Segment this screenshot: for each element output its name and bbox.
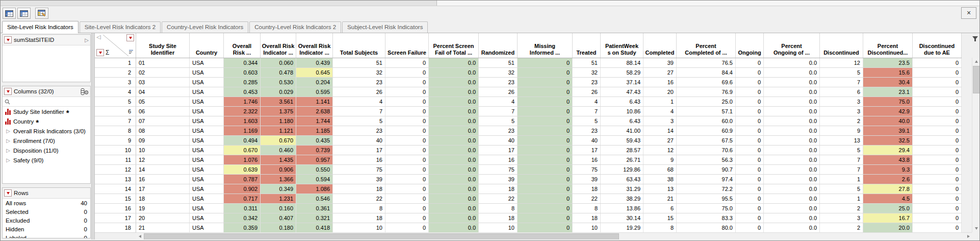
cell[interactable]: 16 [643, 78, 677, 87]
row-number-cell[interactable]: 5 [95, 97, 136, 106]
column-list-item[interactable]: ▷Disposition (11/0) [3, 146, 90, 155]
cell[interactable]: 0 [518, 204, 573, 213]
cell[interactable]: 0.0 [429, 68, 479, 77]
vertical-scrollbar[interactable] [972, 58, 979, 232]
cell[interactable]: 13 [820, 136, 863, 145]
cell[interactable]: 0 [385, 184, 429, 194]
cell[interactable]: 7 [820, 165, 863, 174]
cell[interactable]: 01 [136, 58, 190, 67]
cell[interactable]: 5 [820, 68, 863, 77]
cell[interactable]: 0 [385, 136, 429, 145]
cell[interactable]: 25.0 [677, 97, 736, 106]
row-number-cell[interactable]: 13 [95, 175, 136, 184]
cell[interactable]: 0 [385, 87, 429, 97]
cell[interactable]: 0 [518, 194, 573, 203]
close-button[interactable]: × [961, 7, 976, 19]
cell[interactable]: 0.361 [296, 204, 333, 213]
cell[interactable]: 10 [333, 223, 385, 232]
cell[interactable]: 43.8 [863, 155, 913, 164]
row-number-cell[interactable]: 17 [95, 213, 136, 223]
cell[interactable]: 69.6 [677, 78, 736, 87]
cell[interactable]: 0 [913, 213, 962, 223]
cell[interactable]: 1.366 [261, 175, 296, 184]
cell[interactable]: USA [190, 194, 224, 203]
cell[interactable]: 0.0 [429, 136, 479, 145]
cell[interactable]: 0.0 [429, 165, 479, 174]
cell[interactable]: 0.0 [429, 175, 479, 184]
cell[interactable]: 0.0 [764, 155, 820, 164]
cell[interactable]: USA [190, 126, 224, 135]
data-table-2-icon-button[interactable] [17, 8, 31, 19]
cell[interactable]: 2 [820, 223, 863, 232]
column-list-item[interactable]: ▷Enrollment (7/0) [3, 136, 90, 146]
cell[interactable]: 84.4 [677, 68, 736, 77]
column-header[interactable]: Percent ScreenFail of Total ... [429, 33, 479, 58]
cell[interactable]: 08 [136, 126, 190, 135]
cell[interactable]: 37.14 [601, 78, 643, 87]
cell[interactable]: 0.0 [764, 126, 820, 135]
cell[interactable]: 42.9 [863, 107, 913, 116]
cell[interactable]: 0 [736, 126, 764, 135]
cell[interactable]: 0 [385, 175, 429, 184]
cell[interactable]: 75.0 [863, 97, 913, 106]
cell[interactable]: 0 [736, 107, 764, 116]
cell[interactable]: 27.8 [863, 184, 913, 194]
cell[interactable]: 18 [333, 184, 385, 194]
cell[interactable]: 4 [643, 107, 677, 116]
cell[interactable]: 0.418 [296, 223, 333, 232]
cell[interactable]: USA [190, 68, 224, 77]
cell[interactable]: 8 [573, 204, 601, 213]
column-header[interactable]: PercentDiscontinued... [863, 33, 913, 58]
column-header[interactable]: Country [190, 33, 224, 58]
cell[interactable]: 1 [820, 175, 863, 184]
cell[interactable]: 75.0 [677, 204, 736, 213]
cell[interactable]: USA [190, 213, 224, 223]
cell[interactable]: 12 [643, 146, 677, 155]
cell[interactable]: 5 [333, 116, 385, 126]
cell[interactable]: 20.0 [863, 223, 913, 232]
cell[interactable]: 02 [136, 68, 190, 77]
cell[interactable]: 39 [479, 175, 518, 184]
cell[interactable]: 0 [518, 107, 573, 116]
cell[interactable]: 0 [385, 194, 429, 203]
data-table-icon-button[interactable] [3, 8, 16, 19]
cell[interactable]: 0.0 [764, 223, 820, 232]
cell[interactable]: 0.550 [296, 165, 333, 174]
cell[interactable]: 0 [736, 97, 764, 106]
cell[interactable]: 22 [333, 194, 385, 203]
cell[interactable]: 47.43 [601, 87, 643, 97]
cell[interactable]: 10 [573, 223, 601, 232]
cell[interactable]: USA [190, 116, 224, 126]
cell[interactable]: 4 [479, 97, 518, 106]
cell[interactable]: 0 [736, 87, 764, 97]
cell[interactable]: 27 [643, 136, 677, 145]
cell[interactable]: USA [190, 78, 224, 87]
cell[interactable]: 18 [479, 184, 518, 194]
column-header[interactable]: PatientWeeks on Study [601, 33, 643, 58]
cell[interactable]: 6.43 [601, 97, 643, 106]
cell[interactable]: USA [190, 146, 224, 155]
cell[interactable]: 0.0 [429, 58, 479, 67]
cell[interactable]: 0.0 [429, 116, 479, 126]
cell[interactable]: 0.0 [429, 155, 479, 164]
cell[interactable]: 0.0 [764, 165, 820, 174]
cell[interactable]: USA [190, 58, 224, 67]
cell[interactable]: 75 [479, 165, 518, 174]
cell[interactable]: 0 [913, 78, 962, 87]
cell[interactable]: 0.0 [764, 204, 820, 213]
cell[interactable]: 39.1 [863, 126, 913, 135]
red-triangle-menu-icon[interactable] [4, 88, 12, 95]
cell[interactable]: 3.561 [261, 97, 296, 106]
cell[interactable]: 3 [820, 213, 863, 223]
cell[interactable]: 0.453 [224, 87, 261, 97]
cell[interactable]: 0.285 [224, 78, 261, 87]
cell[interactable]: 39 [643, 58, 677, 67]
cell[interactable]: 0 [385, 68, 429, 77]
scroll-left-button[interactable] [136, 233, 143, 239]
cell[interactable]: 28.57 [601, 146, 643, 155]
cell[interactable]: 23 [333, 126, 385, 135]
column-list-item[interactable]: ▷Overall Risk Indicators (3/0) [3, 126, 90, 136]
cell[interactable]: 0 [736, 146, 764, 155]
cell[interactable]: USA [190, 184, 224, 194]
cell[interactable]: 0 [913, 204, 962, 213]
